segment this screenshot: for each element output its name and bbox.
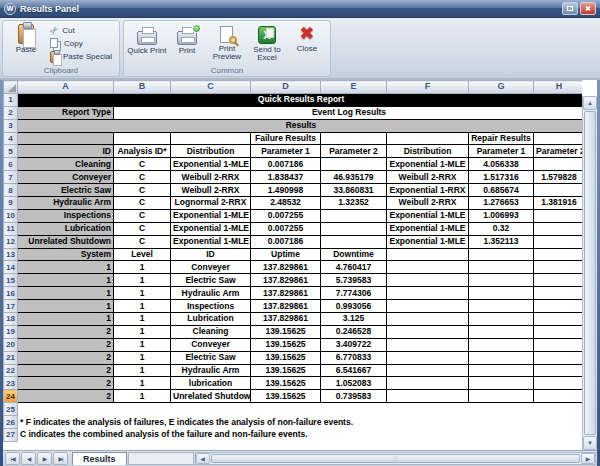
- cell-A17[interactable]: 1: [18, 300, 114, 313]
- scroll-up-button[interactable]: ▲: [583, 96, 597, 110]
- cell-A16[interactable]: 1: [18, 287, 114, 300]
- cell-G16[interactable]: [469, 287, 534, 300]
- cell-H4[interactable]: [534, 132, 583, 145]
- cell-C24[interactable]: Unrelated Shutdown: [171, 390, 251, 403]
- cell-G23[interactable]: [469, 377, 534, 390]
- cell-E24[interactable]: 0.739583: [321, 390, 387, 403]
- cell-B9[interactable]: C: [114, 197, 171, 210]
- cell-E14[interactable]: 4.760417: [321, 261, 387, 274]
- quick-print-button[interactable]: Quick Print: [127, 22, 167, 65]
- row-header-20[interactable]: 20: [4, 338, 18, 351]
- cell-D6[interactable]: 0.007186: [251, 158, 321, 171]
- cell-B5[interactable]: Analysis ID*: [114, 145, 171, 158]
- cell-E10[interactable]: [321, 209, 387, 222]
- horizontal-scroll-thumb[interactable]: ∷: [211, 454, 580, 463]
- cell-B10[interactable]: C: [114, 209, 171, 222]
- cell-C17[interactable]: Inspections: [171, 300, 251, 313]
- column-header-D[interactable]: D: [251, 81, 321, 94]
- cell-H24[interactable]: [534, 390, 583, 403]
- cell-C12[interactable]: Exponential 1-MLE: [171, 235, 251, 248]
- cell-B22[interactable]: 1: [114, 364, 171, 377]
- cell-F4[interactable]: [387, 132, 469, 145]
- cell-F19[interactable]: [387, 325, 469, 338]
- cell-B4[interactable]: [114, 132, 171, 145]
- cell-D8[interactable]: 1.490998: [251, 184, 321, 197]
- last-sheet-button[interactable]: ▶|: [53, 452, 68, 465]
- row-header-8[interactable]: 8: [4, 184, 18, 197]
- cell-A26[interactable]: * F indicates the analysis of failures, …: [18, 416, 583, 429]
- cell-F20[interactable]: [387, 338, 469, 351]
- cell-B8[interactable]: C: [114, 184, 171, 197]
- cell-G21[interactable]: [469, 351, 534, 364]
- cell-E11[interactable]: [321, 222, 387, 235]
- cell-C14[interactable]: Conveyer: [171, 261, 251, 274]
- row-header-26[interactable]: 26: [4, 416, 18, 429]
- cell-F13[interactable]: [387, 248, 469, 261]
- cell-C7[interactable]: Weibull 2-RRX: [171, 171, 251, 184]
- cell-D12[interactable]: 0.007186: [251, 235, 321, 248]
- cell-B19[interactable]: 1: [114, 325, 171, 338]
- cell-D13[interactable]: Uptime: [251, 248, 321, 261]
- cell-A3[interactable]: Results: [18, 119, 583, 132]
- row-header-16[interactable]: 16: [4, 287, 18, 300]
- column-header-H[interactable]: H: [534, 81, 583, 94]
- row-header-23[interactable]: 23: [4, 377, 18, 390]
- cell-G17[interactable]: [469, 300, 534, 313]
- row-header-3[interactable]: 3: [4, 119, 18, 132]
- cell-G19[interactable]: [469, 325, 534, 338]
- cell-H8[interactable]: [534, 184, 583, 197]
- cell-C18[interactable]: Lubrication: [171, 313, 251, 326]
- cell-E13[interactable]: Downtime: [321, 248, 387, 261]
- cell-E7[interactable]: 46.935179: [321, 171, 387, 184]
- cell-G11[interactable]: 0.32: [469, 222, 534, 235]
- cell-F22[interactable]: [387, 364, 469, 377]
- cell-A7[interactable]: Conveyer: [18, 171, 114, 184]
- cell-A12[interactable]: Unrelated Shutdown: [18, 235, 114, 248]
- cell-E23[interactable]: 1.052083: [321, 377, 387, 390]
- cell-D9[interactable]: 2.48532: [251, 197, 321, 210]
- cell-A14[interactable]: 1: [18, 261, 114, 274]
- cell-F18[interactable]: [387, 313, 469, 326]
- cell-A22[interactable]: 2: [18, 364, 114, 377]
- cell-B14[interactable]: 1: [114, 261, 171, 274]
- titlebar[interactable]: W Results Panel ✖: [0, 0, 600, 18]
- cell-H23[interactable]: [534, 377, 583, 390]
- cell-H17[interactable]: [534, 300, 583, 313]
- cell-D22[interactable]: 139.15625: [251, 364, 321, 377]
- cell-G18[interactable]: [469, 313, 534, 326]
- cell-D5[interactable]: Parameter 1: [251, 145, 321, 158]
- cell-B24[interactable]: 1: [114, 390, 171, 403]
- cell-H7[interactable]: 1.579828: [534, 171, 583, 184]
- cell-A20[interactable]: 2: [18, 338, 114, 351]
- cell-E16[interactable]: 7.774306: [321, 287, 387, 300]
- cell-H12[interactable]: [534, 235, 583, 248]
- cell-C13[interactable]: ID: [171, 248, 251, 261]
- cell-H10[interactable]: [534, 209, 583, 222]
- select-all-corner[interactable]: [4, 81, 18, 94]
- cell-A18[interactable]: 1: [18, 313, 114, 326]
- cell-D18[interactable]: 137.829861: [251, 313, 321, 326]
- row-header-24[interactable]: 24: [4, 390, 18, 403]
- row-header-9[interactable]: 9: [4, 197, 18, 210]
- cell-F17[interactable]: [387, 300, 469, 313]
- cell-B17[interactable]: 1: [114, 300, 171, 313]
- cell-A23[interactable]: 2: [18, 377, 114, 390]
- cell-B11[interactable]: C: [114, 222, 171, 235]
- horizontal-scrollbar[interactable]: ◀ ∷ ▶: [195, 452, 596, 465]
- cell-A27[interactable]: C indicates the combined analysis of the…: [18, 429, 583, 442]
- row-header-2[interactable]: 2: [4, 106, 18, 119]
- row-header-13[interactable]: 13: [4, 248, 18, 261]
- cell-A8[interactable]: Electric Saw: [18, 184, 114, 197]
- row-header-6[interactable]: 6: [4, 158, 18, 171]
- cell-A4[interactable]: [18, 132, 114, 145]
- send-to-excel-button[interactable]: X Send to Excel: [247, 22, 287, 65]
- cell-C20[interactable]: Conveyer: [171, 338, 251, 351]
- cell-G6[interactable]: 4.056338: [469, 158, 534, 171]
- cell-G13[interactable]: [469, 248, 534, 261]
- row-header-18[interactable]: 18: [4, 313, 18, 326]
- cell-A10[interactable]: Inspections: [18, 209, 114, 222]
- cell-A13[interactable]: System: [18, 248, 114, 261]
- cell-H21[interactable]: [534, 351, 583, 364]
- row-header-11[interactable]: 11: [4, 222, 18, 235]
- column-header-E[interactable]: E: [321, 81, 387, 94]
